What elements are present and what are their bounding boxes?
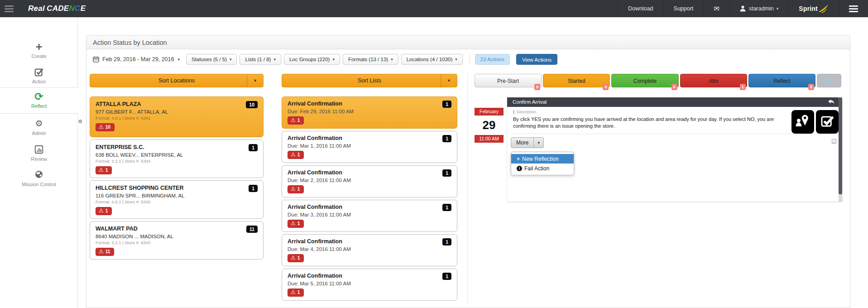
- list-title: Arrival Confirmation: [288, 169, 342, 176]
- chevron-down-icon[interactable]: ▾: [441, 74, 457, 87]
- chevron-down-icon: ▾: [177, 57, 180, 62]
- alert-badge: ⚠10: [96, 123, 115, 131]
- date-range-value: Feb 29, 2016 - Mar 29, 2016: [102, 56, 174, 63]
- sort-lists-button[interactable]: Sort Lists ▾: [282, 74, 457, 87]
- due-date: Due: Mar 3, 2016 11:00 AM: [288, 212, 451, 217]
- tab-started[interactable]: Started0: [543, 74, 610, 87]
- more-caret-button[interactable]: ▾: [534, 137, 544, 148]
- locations-filter-button[interactable]: Locations (4 / 1030)▾: [401, 54, 463, 65]
- sidebar-item-create[interactable]: + Create: [0, 42, 78, 59]
- tab-complete[interactable]: Complete0: [611, 74, 678, 87]
- user-menu[interactable]: staradmin ▾: [729, 0, 788, 17]
- confirm-arrival-panel: Confirm Arrival Description: By click YE…: [507, 97, 842, 202]
- warning-icon: ⚠: [99, 167, 104, 173]
- warning-icon: ⚠: [291, 117, 296, 123]
- sort-locations-button[interactable]: Sort Locations ▾: [90, 74, 264, 87]
- loc-groups-filter-button[interactable]: Loc Groups (220)▾: [284, 54, 340, 65]
- date-range-picker[interactable]: Feb 29, 2016 - Mar 29, 2016 ▾: [93, 56, 180, 63]
- due-date: Due: Mar 1, 2016 11:00 AM: [288, 143, 451, 149]
- menu-icon: [849, 4, 858, 14]
- chevron-down-icon: ▾: [455, 57, 457, 62]
- chevron-down-icon[interactable]: ▾: [247, 74, 263, 87]
- location-name: ENTERPRISE S.C.: [96, 144, 144, 150]
- location-card[interactable]: ENTERPRISE S.C.1 638 BOLL WEEV... ENTERP…: [90, 140, 264, 178]
- sidebar-item-label: Action: [0, 79, 78, 84]
- location-meta: Format: 4.0.1 | Store #: 6341: [96, 116, 258, 120]
- lists-filter-button[interactable]: Lists (1 / 8)▾: [240, 54, 281, 65]
- formats-filter-button[interactable]: Formats (13 / 13)▾: [343, 54, 398, 65]
- action-date-block: February 29 11:00 AM: [475, 108, 504, 143]
- confirm-check-button[interactable]: [816, 110, 839, 134]
- sidebar-toggle-icon[interactable]: [5, 4, 14, 14]
- location-card[interactable]: ATTALLA PLAZA10 977 GILBERT F... ATTALLA…: [90, 96, 264, 137]
- chevron-down-icon: ▾: [273, 57, 276, 62]
- statuses-filter-button[interactable]: Statuses (5 / 5)▾: [186, 54, 237, 65]
- sprint-swoosh-icon: [819, 4, 829, 13]
- nav-download-link[interactable]: Download: [618, 0, 663, 17]
- alert-badge: ⚠1: [96, 166, 112, 174]
- menu-item-fail-action[interactable]: ! Fail Action: [511, 164, 574, 173]
- location-address: 638 BOLL WEEV... ENTERPRISE, AL: [96, 152, 258, 158]
- nav-messages-button[interactable]: ✉: [703, 0, 729, 17]
- view-actions-button[interactable]: View Actions: [516, 54, 557, 65]
- more-button[interactable]: More: [511, 137, 534, 148]
- list-card[interactable]: Arrival Confirmation1 Due: Mar 1, 2016 1…: [282, 131, 457, 163]
- sidebar-item-label: Review: [0, 156, 78, 162]
- list-title: Arrival Confirmation: [288, 101, 342, 107]
- user-name: staradmin: [749, 5, 774, 12]
- location-name: ATTALLA PLAZA: [96, 101, 141, 107]
- sidebar-item-mission-control[interactable]: Mission Control: [0, 170, 78, 187]
- list-card[interactable]: Arrival Confirmation1 Due: Mar 4, 2016 1…: [282, 234, 457, 266]
- status-tabs: Pre-Start0 Started0 Complete0 Attn1 Refl…: [475, 74, 841, 87]
- bar-chart-icon: [0, 144, 78, 155]
- sidebar-item-reflect[interactable]: ⟳ Reflect: [0, 87, 78, 114]
- menu-item-new-reflection[interactable]: + New Reflection: [511, 154, 574, 164]
- nav-support-link[interactable]: Support: [663, 0, 704, 17]
- warning-icon: ⚠: [291, 221, 296, 226]
- tab-overflow-count[interactable]: 11: [817, 74, 841, 87]
- more-dropdown-menu: + New Reflection ! Fail Action: [511, 152, 574, 175]
- sidebar-item-action[interactable]: Action: [0, 67, 78, 84]
- warning-icon: ⚠: [99, 208, 104, 214]
- list-card[interactable]: Arrival Confirmation1 Due: Mar 5, 2016 1…: [282, 269, 457, 301]
- person-pin-icon: [794, 112, 811, 132]
- scrollbar-thumb[interactable]: [839, 97, 842, 194]
- due-date: Due: Feb 29, 2016 11:00 AM: [288, 109, 451, 114]
- location-meta: Format: 3.2.1 | Store #: 6343: [96, 240, 258, 245]
- alert-badge: ⚠1: [288, 254, 304, 262]
- warning-icon: ⚠: [99, 249, 104, 255]
- tab-count-badge: 0: [671, 84, 677, 90]
- app-menu-button[interactable]: [839, 0, 868, 17]
- due-date: Due: Mar 4, 2016 11:00 AM: [288, 246, 451, 252]
- app-root: RealCADENCE Download Support ✉ staradmin…: [0, 0, 868, 308]
- tab-attn[interactable]: Attn1: [680, 74, 747, 87]
- alert-badge: ⚠1: [288, 116, 304, 125]
- action-day: 29: [475, 116, 504, 135]
- select-checkbox-icon[interactable]: ☑: [831, 138, 837, 145]
- tab-pre-start[interactable]: Pre-Start0: [475, 74, 542, 87]
- checkbox-check-icon: [819, 112, 835, 131]
- location-person-button[interactable]: [791, 110, 814, 134]
- location-address: 116 GREEN SPR... BIRMINGHAM, AL: [96, 193, 258, 198]
- location-card[interactable]: WALMART PAD11 8640 MADISON ... MADISON, …: [90, 221, 264, 260]
- action-month: February: [475, 108, 504, 116]
- count-badge: 1: [442, 273, 451, 280]
- location-card[interactable]: HILLCREST SHOPPING CENTER1 116 GREEN SPR…: [90, 180, 264, 219]
- list-card[interactable]: Arrival Confirmation1 Due: Mar 3, 2016 1…: [282, 200, 457, 232]
- sidebar-item-review[interactable]: Review: [0, 144, 78, 162]
- sidebar-item-label: Admin: [0, 130, 78, 136]
- tab-reflect[interactable]: Reflect0: [748, 74, 815, 87]
- description-label: Description:: [513, 110, 537, 114]
- scrollbar-track[interactable]: [839, 97, 842, 202]
- divider: [511, 134, 830, 134]
- list-card[interactable]: Arrival Confirmation1 Due: Mar 2, 2016 1…: [282, 165, 457, 197]
- reply-icon[interactable]: [827, 98, 835, 106]
- globe-icon: [0, 170, 78, 181]
- sidebar-item-admin[interactable]: ⚙⚙ Admin: [0, 119, 78, 136]
- tab-count-badge: 0: [808, 84, 814, 90]
- list-card[interactable]: Arrival Confirmation1 Due: Feb 29, 2016 …: [282, 96, 457, 129]
- warning-icon: ⚠: [291, 289, 296, 295]
- warning-icon: ⚠: [291, 255, 296, 261]
- list-title: Arrival Confirmation: [288, 238, 342, 245]
- navbar-right: Download Support ✉ staradmin ▾ Sprint: [618, 0, 868, 17]
